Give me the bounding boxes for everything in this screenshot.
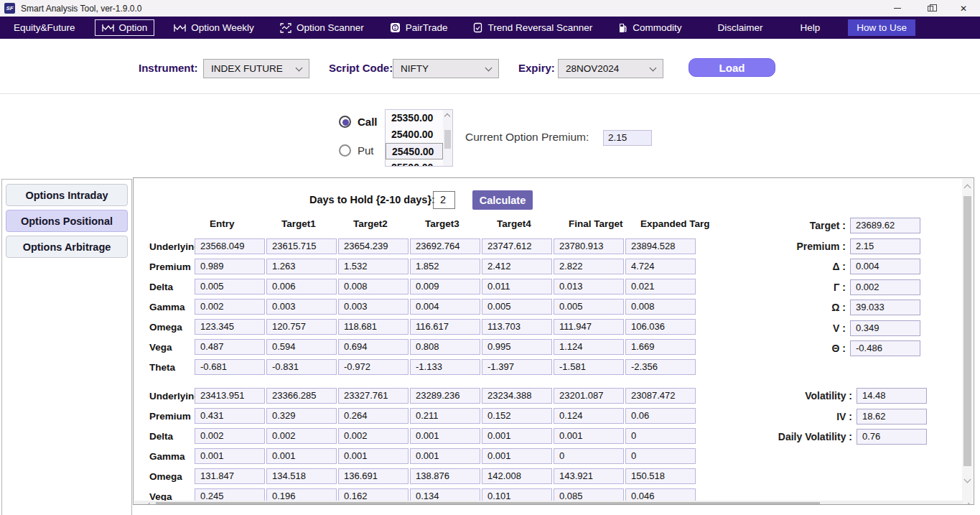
table-cell[interactable]: 0.004 bbox=[410, 299, 480, 315]
load-button[interactable]: Load bbox=[689, 58, 775, 77]
field-input[interactable]: 0.004 bbox=[850, 259, 920, 274]
expiry-dropdown[interactable]: 28NOV2024 bbox=[558, 59, 663, 78]
table-cell[interactable]: 0.021 bbox=[625, 279, 696, 294]
table-cell[interactable]: 23366.285 bbox=[266, 388, 337, 404]
table-cell[interactable]: 0.06 bbox=[625, 408, 696, 424]
table-cell[interactable]: 0.264 bbox=[338, 408, 409, 424]
table-cell[interactable]: 0.002 bbox=[195, 428, 265, 444]
table-cell[interactable]: 0.011 bbox=[482, 279, 552, 294]
sidebar-item-options-positional[interactable]: Options Positional bbox=[6, 210, 128, 232]
table-cell[interactable]: 0.003 bbox=[338, 299, 409, 315]
table-cell[interactable]: 0.001 bbox=[195, 448, 265, 464]
table-cell[interactable]: -0.681 bbox=[195, 359, 265, 375]
table-cell[interactable]: 23615.715 bbox=[266, 238, 337, 254]
days-to-hold-input[interactable]: 2 bbox=[433, 191, 455, 209]
table-cell[interactable]: 0.594 bbox=[266, 339, 337, 355]
table-cell[interactable]: 0.989 bbox=[195, 259, 265, 274]
table-cell[interactable]: 23780.913 bbox=[554, 238, 624, 254]
table-cell[interactable]: 23692.764 bbox=[410, 238, 480, 254]
field-input[interactable]: 2.15 bbox=[850, 238, 920, 254]
table-cell[interactable]: 0.196 bbox=[266, 488, 337, 501]
table-cell[interactable]: 106.036 bbox=[625, 319, 696, 335]
sidebar-item-options-intraday[interactable]: Options Intraday bbox=[6, 184, 128, 206]
horizontal-scrollbar[interactable] bbox=[134, 501, 963, 505]
table-cell[interactable]: 23654.239 bbox=[338, 238, 409, 254]
table-cell[interactable]: 0.001 bbox=[338, 448, 409, 464]
table-cell[interactable]: 23413.951 bbox=[195, 388, 265, 404]
table-cell[interactable]: 2.822 bbox=[554, 259, 624, 274]
table-cell[interactable]: 0.001 bbox=[266, 448, 337, 464]
table-cell[interactable]: -0.972 bbox=[338, 359, 409, 375]
instrument-dropdown[interactable]: INDEX FUTURE bbox=[203, 59, 309, 78]
table-cell[interactable]: 116.617 bbox=[410, 319, 480, 335]
table-cell[interactable]: 0 bbox=[625, 448, 696, 464]
table-cell[interactable]: 0.001 bbox=[482, 448, 552, 464]
table-cell[interactable]: 123.345 bbox=[195, 319, 265, 335]
table-cell[interactable]: 23327.761 bbox=[338, 388, 409, 404]
close-button[interactable]: ✕ bbox=[947, 0, 980, 17]
menu-item-option-scanner[interactable]: Option Scanner bbox=[274, 20, 370, 35]
table-cell[interactable]: 1.124 bbox=[554, 339, 624, 355]
table-cell[interactable]: 0.694 bbox=[338, 339, 409, 355]
table-cell[interactable]: 142.008 bbox=[482, 468, 552, 484]
table-cell[interactable]: 118.681 bbox=[338, 319, 409, 335]
menu-item-how-to-use[interactable]: How to Use bbox=[848, 19, 915, 36]
menu-item-commodity[interactable]: Commodity bbox=[612, 20, 688, 35]
table-cell[interactable]: 113.703 bbox=[482, 319, 552, 335]
table-cell[interactable]: 0.134 bbox=[410, 488, 480, 501]
field-input[interactable]: 23689.62 bbox=[850, 218, 920, 233]
table-cell[interactable]: 1.532 bbox=[338, 259, 409, 274]
table-cell[interactable]: 0.487 bbox=[195, 339, 265, 355]
table-cell[interactable]: 23747.612 bbox=[482, 238, 552, 254]
scrollbar-thumb[interactable] bbox=[963, 196, 971, 466]
strike-listbox[interactable]: 25350.0025400.0025450.0025500.00 bbox=[385, 109, 453, 167]
calculate-button[interactable]: Calculate bbox=[472, 190, 533, 210]
menu-item-option-weekly[interactable]: Option Weekly bbox=[167, 20, 261, 35]
table-cell[interactable]: 138.876 bbox=[410, 468, 480, 484]
table-cell[interactable]: 0.808 bbox=[410, 339, 480, 355]
table-cell[interactable]: 120.757 bbox=[266, 319, 337, 335]
table-cell[interactable]: 0.002 bbox=[266, 428, 337, 444]
table-cell[interactable]: 1.669 bbox=[625, 339, 696, 355]
table-cell[interactable]: -0.831 bbox=[266, 359, 337, 375]
strike-item[interactable]: 25350.00 bbox=[386, 110, 443, 126]
table-cell[interactable]: -2.356 bbox=[625, 359, 696, 375]
table-cell[interactable]: 23568.049 bbox=[195, 238, 265, 254]
menu-item-help[interactable]: Help bbox=[794, 20, 827, 35]
table-cell[interactable]: 0.995 bbox=[482, 339, 552, 355]
field-input[interactable]: -0.486 bbox=[850, 340, 920, 356]
script-code-dropdown[interactable]: NIFTY bbox=[393, 59, 499, 78]
menu-item-option[interactable]: Option bbox=[95, 19, 155, 36]
table-cell[interactable]: 0.152 bbox=[482, 408, 552, 424]
field-input[interactable]: 0.349 bbox=[850, 320, 920, 336]
table-cell[interactable]: 2.412 bbox=[482, 259, 552, 274]
table-cell[interactable]: -1.397 bbox=[482, 359, 552, 375]
table-cell[interactable]: 0.162 bbox=[338, 488, 409, 501]
strike-item[interactable]: 25450.00 bbox=[386, 143, 443, 159]
table-cell[interactable]: 131.847 bbox=[195, 468, 265, 484]
table-cell[interactable]: 0.211 bbox=[410, 408, 480, 424]
table-cell[interactable]: 0.009 bbox=[410, 279, 480, 294]
minimize-button[interactable] bbox=[881, 0, 914, 17]
current-premium-input[interactable]: 2.15 bbox=[603, 130, 652, 146]
table-cell[interactable]: 23894.528 bbox=[625, 238, 696, 254]
table-cell[interactable]: 0.431 bbox=[195, 408, 265, 424]
strike-scrollbar[interactable] bbox=[443, 110, 452, 166]
table-cell[interactable]: 0.002 bbox=[195, 299, 265, 315]
table-cell[interactable]: 0.001 bbox=[554, 428, 624, 444]
table-cell[interactable]: -1.133 bbox=[410, 359, 480, 375]
field-input[interactable]: 0.002 bbox=[850, 279, 920, 295]
table-cell[interactable]: 111.947 bbox=[554, 319, 624, 335]
table-cell[interactable]: 143.921 bbox=[554, 468, 624, 484]
menu-item-equity-future[interactable]: Equity&Future bbox=[7, 20, 82, 35]
table-cell[interactable]: 0.245 bbox=[195, 488, 265, 501]
vertical-scrollbar[interactable] bbox=[962, 179, 973, 504]
field-input[interactable]: 14.48 bbox=[857, 388, 927, 404]
field-input[interactable]: 39.033 bbox=[850, 300, 920, 315]
strike-item[interactable]: 25400.00 bbox=[386, 126, 443, 143]
field-input[interactable]: 18.62 bbox=[857, 409, 927, 424]
table-cell[interactable]: 23234.388 bbox=[482, 388, 552, 404]
menu-item-pairtrade[interactable]: PairTrade bbox=[383, 20, 454, 35]
menu-item-disclaimer[interactable]: Disclaimer bbox=[711, 20, 770, 35]
table-cell[interactable]: 1.263 bbox=[266, 259, 337, 274]
